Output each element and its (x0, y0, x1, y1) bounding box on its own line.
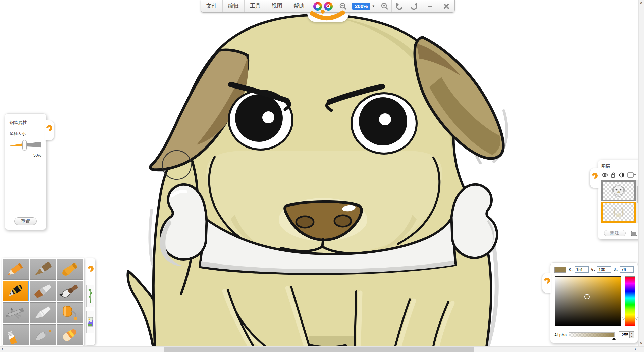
hue-slider[interactable] (625, 276, 635, 326)
panel-handle[interactable] (542, 273, 551, 293)
mascot-smile (307, 9, 349, 23)
layer-row-bottom[interactable] (601, 202, 636, 223)
alpha-label: Alpha (554, 333, 569, 337)
contrast-icon[interactable] (619, 172, 624, 178)
wood-brush-icon (31, 260, 55, 278)
picture-icon (88, 313, 93, 331)
fountain-pen-icon (4, 282, 28, 300)
brand-c-icon (590, 171, 599, 180)
alpha-slider-marker[interactable] (612, 337, 616, 340)
brush-size-slider[interactable] (10, 140, 41, 150)
minimize-button[interactable] (422, 0, 438, 12)
flat-brush-icon (31, 282, 55, 300)
magnifier-minus-icon (339, 2, 347, 10)
list-menu-icon[interactable] (627, 172, 636, 178)
paper-stump-icon (31, 304, 55, 322)
layer-thumbnail-dog (603, 182, 634, 200)
red-field[interactable] (575, 266, 589, 273)
plant-tab[interactable] (86, 285, 94, 307)
brush-palette (2, 258, 84, 346)
unlock-icon[interactable] (611, 172, 616, 178)
reset-button[interactable]: 重置 (14, 217, 37, 225)
menu-edit[interactable]: 编辑 (223, 0, 245, 12)
close-icon (442, 2, 450, 10)
scroll-down-icon[interactable]: ˅ (640, 341, 642, 346)
redo-arrow-icon (410, 2, 418, 10)
leaf-pen-icon (31, 326, 55, 344)
crayon-icon (58, 260, 82, 278)
scroll-right-icon[interactable]: › (635, 347, 636, 351)
alpha-field[interactable] (619, 332, 629, 338)
brand-c-icon (543, 276, 551, 285)
menu-view[interactable]: 视图 (266, 0, 288, 12)
panel-handle[interactable] (590, 168, 599, 188)
green-label: G: (591, 267, 596, 272)
brush-size-label: 笔触大小 (10, 131, 41, 137)
airbrush-icon (4, 304, 28, 322)
vertical-scrollbar[interactable]: ˄ ˅ (638, 0, 644, 346)
layer-row-top[interactable] (601, 180, 636, 201)
horizontal-scrollbar[interactable]: ‹ › (0, 346, 644, 352)
color-cursor[interactable] (584, 294, 590, 299)
brand-c-icon (86, 264, 95, 273)
undo-button[interactable] (392, 0, 407, 12)
tool-pencil-tile[interactable] (3, 259, 29, 280)
menu-file[interactable]: 文件 (201, 0, 223, 12)
hue-marker-right[interactable] (635, 317, 638, 321)
layers-panel: 图层 (598, 160, 643, 239)
red-label: R: (569, 267, 573, 272)
zoom-in-button[interactable] (378, 0, 392, 12)
zoom-level-value[interactable]: 200% (352, 3, 370, 10)
tool-crayon-tile[interactable] (57, 259, 83, 280)
menu-tools[interactable]: 工具 (245, 0, 266, 12)
picture-tab[interactable] (86, 311, 94, 333)
saturation-value-field[interactable] (555, 276, 621, 326)
app-window: 文件 编辑 工具 视图 帮助 200% ▾ (0, 0, 644, 352)
chevron-down-icon[interactable]: ▾ (371, 4, 376, 8)
visibility-eye-icon[interactable] (601, 173, 608, 177)
tool-paint-tube-tile[interactable] (3, 324, 29, 345)
alpha-stepper[interactable]: ▲▼ (629, 332, 634, 338)
menu-help[interactable]: 帮助 (288, 0, 310, 12)
green-field[interactable] (597, 266, 611, 273)
close-button[interactable] (438, 0, 454, 12)
tool-paint-roller-tile[interactable] (57, 302, 83, 323)
slider-handle[interactable] (22, 140, 27, 150)
tool-wood-brush-tile[interactable] (30, 259, 56, 280)
tool-ink-brush-tile[interactable] (57, 281, 83, 301)
plant-icon (88, 287, 93, 305)
panel-handle[interactable] (45, 120, 54, 140)
hue-marker-left[interactable] (622, 317, 625, 321)
blue-field[interactable] (620, 266, 634, 273)
eraser-icon (58, 326, 82, 344)
panel-handle[interactable] (87, 261, 95, 281)
layer-thumbnail-faint (603, 203, 634, 221)
color-picker-panel: R: G: B: Alpha ▲▼ (550, 262, 638, 343)
paint-tube-icon (4, 326, 28, 344)
drawing-canvas[interactable] (0, 0, 644, 352)
tool-fountain-pen-tile[interactable] (3, 281, 29, 301)
pen-properties-panel: 钢笔属性 笔触大小 50% 重置 (5, 113, 46, 230)
tool-paper-stump-tile[interactable] (30, 302, 56, 323)
tool-eraser-tile[interactable] (57, 324, 83, 345)
current-color-swatch (554, 267, 566, 273)
ink-brush-icon (58, 282, 82, 300)
scroll-up-icon[interactable]: ˄ (640, 1, 642, 5)
horizontal-scroll-thumb[interactable] (164, 347, 474, 352)
magnifier-plus-icon (381, 2, 389, 10)
redo-button[interactable] (407, 0, 422, 12)
tool-flat-brush-tile[interactable] (30, 281, 56, 301)
minimize-icon (426, 2, 434, 10)
layers-panel-title: 图层 (601, 163, 640, 169)
alpha-slider[interactable] (569, 332, 615, 337)
undo-arrow-icon (395, 2, 403, 10)
tool-leaf-pen-tile[interactable] (30, 324, 56, 345)
brand-c-icon (45, 124, 53, 132)
zoom-level-control[interactable]: 200% ▾ (350, 0, 378, 12)
new-layer-button[interactable]: 新建 (604, 230, 626, 236)
tool-airbrush-tile[interactable] (3, 302, 29, 323)
pen-panel-title: 钢笔属性 (10, 120, 41, 126)
scroll-left-icon[interactable]: ‹ (2, 347, 3, 351)
paint-roller-icon (58, 304, 82, 322)
brush-size-value: 50% (10, 153, 41, 158)
